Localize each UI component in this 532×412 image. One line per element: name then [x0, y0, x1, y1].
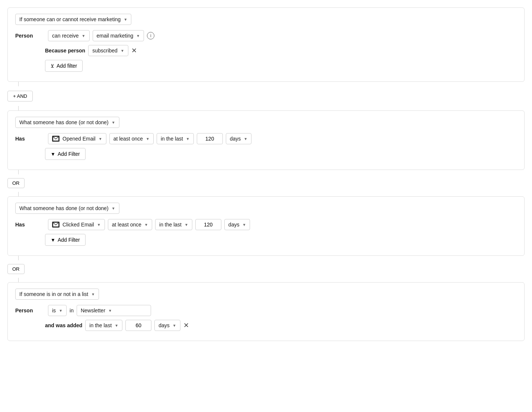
add-filter-button-2[interactable]: ▼ Add Filter: [45, 148, 86, 160]
person-is-row: Person is ▼ in Newsletter ▼: [15, 305, 517, 316]
frequency-caret-1: ▼: [146, 137, 150, 141]
or-label-1: OR: [12, 180, 20, 186]
time-unit-dropdown-1[interactable]: days ▼: [226, 133, 251, 144]
email-marketing-label: email marketing: [97, 33, 134, 39]
section3-header: What someone has done (or not done) ▼: [15, 203, 517, 214]
marketing-condition-label: If someone can or cannot receive marketi…: [19, 16, 121, 22]
or-vline-2-top: [18, 256, 19, 260]
opened-email-dropdown[interactable]: Opened Email ▼: [48, 133, 106, 144]
newsletter-label: Newsletter: [81, 308, 105, 313]
section3-type-dropdown[interactable]: What someone has done (or not done) ▼: [15, 203, 119, 214]
is-label: is: [52, 308, 56, 313]
add-filter-row-1: ⊻ Add filter: [15, 60, 517, 72]
time-qualifier-label-4: in the last: [89, 322, 112, 328]
subscribed-label: subscribed: [92, 48, 118, 54]
and-was-added-row: and was added in the last ▼ days ▼ ✕: [15, 320, 517, 331]
add-filter-label-2: Add Filter: [58, 151, 80, 157]
in-label: in: [70, 308, 74, 313]
or-vline-2-bottom: [18, 278, 19, 282]
remove-time-button-4[interactable]: ✕: [183, 322, 189, 329]
person-can-receive-row: Person can receive ▼ email marketing ▼ i: [15, 30, 517, 41]
section3-type-label: What someone has done (or not done): [19, 205, 109, 211]
and-label: + AND: [13, 93, 27, 99]
clicked-email-section: What someone has done (or not done) ▼ Ha…: [7, 196, 525, 256]
time-qualifier-label-2: in the last: [159, 222, 182, 228]
opened-email-caret: ▼: [99, 137, 102, 141]
add-filter-button-1[interactable]: ⊻ Add filter: [45, 60, 83, 72]
add-filter-row-2: ▼ Add Filter: [15, 148, 517, 160]
is-dropdown[interactable]: is ▼: [48, 305, 67, 316]
add-filter-label-1: Add filter: [57, 63, 77, 69]
remove-because-button[interactable]: ✕: [131, 47, 137, 54]
time-value-input-2[interactable]: [195, 219, 221, 230]
marketing-condition-section: If someone can or cannot receive marketi…: [7, 7, 525, 82]
or-button-2[interactable]: OR: [7, 264, 25, 274]
because-person-label: Because person: [15, 48, 85, 54]
clicked-email-label: Clicked Email: [63, 222, 94, 228]
or-label-2: OR: [12, 266, 20, 272]
add-filter-label-3: Add Filter: [58, 237, 80, 243]
email-marketing-dropdown[interactable]: email marketing ▼: [93, 30, 144, 41]
frequency-caret-2: ▼: [144, 223, 148, 227]
info-icon[interactable]: i: [147, 32, 154, 39]
person-label-4: Person: [15, 308, 45, 313]
section1-header: If someone can or cannot receive marketi…: [15, 14, 517, 25]
frequency-dropdown-2[interactable]: at least once ▼: [108, 219, 152, 230]
has-label-2: Has: [15, 222, 45, 228]
clicked-email-dropdown[interactable]: Clicked Email ▼: [48, 219, 105, 230]
and-button[interactable]: + AND: [7, 91, 33, 102]
list-condition-label: If someone is in or not in a list: [19, 291, 88, 297]
list-condition-dropdown[interactable]: If someone is in or not in a list ▼: [15, 289, 99, 300]
list-condition-section: If someone is in or not in a list ▼ Pers…: [7, 282, 525, 341]
time-unit-label-4: days: [158, 322, 170, 328]
time-unit-caret-4: ▼: [173, 324, 176, 328]
time-qualifier-dropdown-1[interactable]: in the last ▼: [157, 133, 194, 144]
time-unit-dropdown-4[interactable]: days ▼: [154, 320, 180, 331]
filter-icon-1: ⊻: [51, 63, 54, 69]
list-condition-caret: ▼: [91, 292, 95, 296]
time-value-input-4[interactable]: [125, 320, 151, 331]
section4-header: If someone is in or not in a list ▼: [15, 289, 517, 300]
or-button-1[interactable]: OR: [7, 178, 25, 188]
opened-email-row: Has Opened Email ▼ at least once ▼ in th…: [15, 133, 517, 144]
and-vline-top: [18, 82, 19, 86]
time-unit-label-1: days: [230, 136, 241, 142]
can-receive-dropdown[interactable]: can receive ▼: [48, 30, 90, 41]
newsletter-dropdown[interactable]: Newsletter ▼: [77, 305, 151, 316]
add-filter-row-3: ▼ Add Filter: [15, 234, 517, 246]
because-person-row: Because person subscribed ▼ ✕: [15, 45, 517, 56]
and-vline-bottom: [18, 106, 19, 110]
section2-header: What someone has done (or not done) ▼: [15, 117, 517, 128]
opened-email-section: What someone has done (or not done) ▼ Ha…: [7, 110, 525, 170]
and-was-added-label: and was added: [15, 322, 82, 328]
section3-type-caret: ▼: [112, 206, 115, 210]
frequency-label-2: at least once: [112, 222, 141, 228]
frequency-label-1: at least once: [113, 136, 143, 142]
can-receive-label: can receive: [52, 33, 79, 39]
time-qualifier-caret-4: ▼: [115, 324, 118, 328]
time-unit-label-2: days: [228, 222, 240, 228]
person-label: Person: [15, 33, 45, 39]
time-qualifier-dropdown-2[interactable]: in the last ▼: [155, 219, 192, 230]
clicked-email-caret: ▼: [97, 223, 101, 227]
clicked-email-row: Has Clicked Email ▼ at least once ▼ in t…: [15, 219, 517, 230]
section2-type-caret: ▼: [112, 120, 115, 125]
section2-type-dropdown[interactable]: What someone has done (or not done) ▼: [15, 117, 119, 128]
add-filter-button-3[interactable]: ▼ Add Filter: [45, 234, 86, 246]
is-caret: ▼: [59, 309, 63, 313]
subscribed-caret: ▼: [121, 49, 124, 53]
or-vline-1-top: [18, 170, 19, 174]
can-receive-caret: ▼: [82, 34, 86, 38]
email-marketing-caret: ▼: [136, 34, 140, 38]
has-label-1: Has: [15, 136, 45, 142]
time-unit-dropdown-2[interactable]: days ▼: [224, 219, 250, 230]
time-unit-caret-1: ▼: [244, 137, 247, 141]
time-qualifier-caret-2: ▼: [185, 223, 188, 227]
subscribed-dropdown[interactable]: subscribed ▼: [88, 45, 128, 56]
marketing-condition-dropdown[interactable]: If someone can or cannot receive marketi…: [15, 14, 131, 25]
time-value-input-1[interactable]: [197, 133, 223, 144]
filter-icon-2: ▼: [51, 151, 55, 157]
time-qualifier-dropdown-4[interactable]: in the last ▼: [85, 320, 122, 331]
frequency-dropdown-1[interactable]: at least once ▼: [109, 133, 154, 144]
clicked-email-icon: [52, 222, 60, 228]
